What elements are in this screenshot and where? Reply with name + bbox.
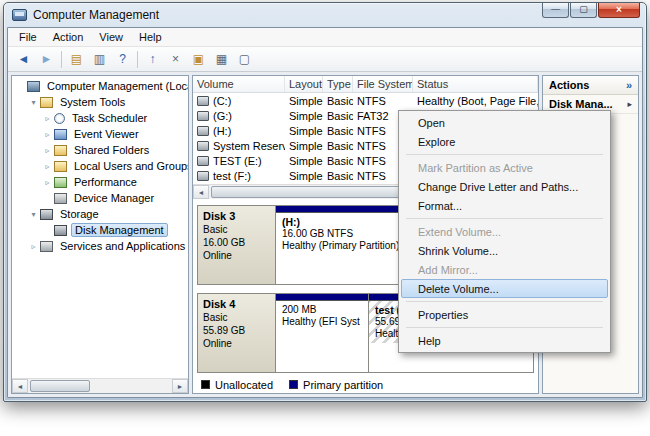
tree-item-system-tools[interactable]: ▾ System Tools: [12, 94, 188, 110]
scroll-right-icon[interactable]: ►: [172, 379, 188, 393]
help-icon[interactable]: ?: [112, 49, 133, 69]
performance-icon: [54, 177, 67, 188]
expand-arrow-icon[interactable]: ▹: [42, 178, 53, 187]
collapse-actions-icon[interactable]: »: [626, 79, 632, 91]
expand-arrow-icon[interactable]: ▹: [42, 114, 53, 123]
unallocated-swatch: [201, 380, 210, 389]
console-window-icon[interactable]: ▢: [234, 49, 255, 69]
disk-type: Basic: [203, 223, 270, 236]
expand-arrow-icon[interactable]: ▾: [28, 98, 39, 107]
tree-item-disk-management[interactable]: Disk Management: [12, 222, 188, 238]
open-folder-icon[interactable]: ▣: [188, 49, 209, 69]
column-header-type[interactable]: Type: [323, 76, 353, 92]
expand-arrow-icon[interactable]: ▹: [42, 130, 53, 139]
export-list-icon[interactable]: ▥: [89, 49, 110, 69]
menu-item-explore[interactable]: Explore: [401, 132, 608, 151]
menu-action[interactable]: Action: [45, 29, 92, 45]
toolbar-separator: [137, 51, 138, 68]
tree-item-computer-management[interactable]: Computer Management (Local: [12, 78, 188, 94]
computer-management-icon: [12, 9, 27, 21]
volume-layout: Simple: [285, 125, 323, 137]
scroll-left-icon[interactable]: ◄: [193, 185, 209, 199]
tree-item-event-viewer[interactable]: ▹ Event Viewer: [12, 126, 188, 142]
scrollbar-thumb[interactable]: [30, 380, 90, 392]
back-icon[interactable]: ◄: [13, 49, 34, 69]
tree-item-shared-folders[interactable]: ▹ Shared Folders: [12, 142, 188, 158]
volume-type: Basic: [323, 125, 353, 137]
column-header-file-system[interactable]: File System: [353, 76, 413, 92]
volume-name: TEST (E:): [213, 155, 262, 167]
menu-view[interactable]: View: [91, 29, 131, 45]
expand-arrow-icon[interactable]: ▾: [28, 210, 39, 219]
tree-item-services-and-applications[interactable]: ▹ Services and Applications: [12, 238, 188, 254]
volume-icon: [197, 96, 209, 106]
partition-size: 200 MB: [282, 304, 362, 316]
delete-icon[interactable]: ×: [165, 49, 186, 69]
column-header-layout[interactable]: Layout: [285, 76, 323, 92]
tree-item-label: Performance: [71, 176, 140, 188]
disk-3-header[interactable]: Disk 3 Basic 16.00 GB Online: [198, 206, 276, 284]
minimize-button[interactable]: —: [542, 3, 569, 18]
tree-item-label: Computer Management (Local: [44, 80, 188, 92]
menu-item-add-mirror: Add Mirror...: [401, 260, 608, 279]
volume-status: Healthy (Boot, Page File, Cr: [413, 95, 538, 107]
primary-partition-swatch: [289, 380, 298, 389]
column-header-volume[interactable]: Volume: [193, 76, 285, 92]
tree-item-device-manager[interactable]: Device Manager: [12, 190, 188, 206]
volume-icon: [197, 111, 209, 121]
forward-icon[interactable]: ►: [36, 49, 57, 69]
section-expand-icon[interactable]: ▸: [627, 99, 632, 109]
menu-item-open[interactable]: Open: [401, 113, 608, 132]
expand-arrow-icon[interactable]: ▹: [28, 242, 39, 251]
actions-title: Actions: [549, 79, 589, 91]
menu-item-delete-volume[interactable]: Delete Volume...: [401, 279, 608, 298]
menu-item-change-drive-letter-and-paths[interactable]: Change Drive Letter and Paths...: [401, 177, 608, 196]
window-controls: — ▢ ×: [541, 3, 640, 18]
menu-help[interactable]: Help: [131, 29, 170, 45]
maximize-button[interactable]: ▢: [570, 3, 597, 18]
up-level-icon[interactable]: ↑: [142, 49, 163, 69]
menu-separator: [406, 154, 603, 155]
column-header-status[interactable]: Status: [413, 76, 538, 92]
tree-horizontal-scrollbar[interactable]: ◄ ►: [12, 378, 188, 393]
services-applications-icon: [40, 241, 53, 252]
window-title: Computer Management: [33, 8, 159, 22]
scrollbar-thumb[interactable]: [211, 186, 421, 198]
disk-4-header[interactable]: Disk 4 Basic 55.89 GB Online: [198, 294, 276, 372]
titlebar[interactable]: Computer Management — ▢ ×: [4, 3, 646, 27]
menu-item-mark-partition-as-active: Mark Partition as Active: [401, 158, 608, 177]
system-tools-icon: [40, 97, 53, 108]
expand-arrow-icon[interactable]: ▹: [42, 162, 53, 171]
show-console-tree-icon[interactable]: ▤: [66, 49, 87, 69]
volume-name: (G:): [213, 110, 232, 122]
partition-efi[interactable]: 200 MB Healthy (EFI Syst: [276, 294, 368, 372]
menu-item-shrink-volume[interactable]: Shrink Volume...: [401, 241, 608, 260]
volume-layout: Simple: [285, 140, 323, 152]
close-button[interactable]: ×: [598, 3, 640, 18]
volume-type: Basic: [323, 95, 353, 107]
disk-name: Disk 4: [203, 298, 270, 311]
expand-arrow-icon[interactable]: ▹: [42, 146, 53, 155]
computer-icon: [27, 81, 40, 92]
volume-layout: Simple: [285, 95, 323, 107]
tree-item-task-scheduler[interactable]: ▹ Task Scheduler: [12, 110, 188, 126]
tree-item-label: Shared Folders: [71, 144, 152, 156]
actions-header: Actions »: [543, 76, 638, 95]
volume-row[interactable]: (C:) Simple Basic NTFS Healthy (Boot, Pa…: [193, 93, 538, 108]
tree-item-storage[interactable]: ▾ Storage: [12, 206, 188, 222]
views-icon[interactable]: ▦: [211, 49, 232, 69]
scroll-left-icon[interactable]: ◄: [12, 379, 28, 393]
device-manager-icon: [54, 193, 67, 204]
menu-item-properties[interactable]: Properties: [401, 305, 608, 324]
menu-item-format[interactable]: Format...: [401, 196, 608, 215]
menu-file[interactable]: File: [11, 29, 45, 45]
disk-state: Online: [203, 337, 270, 350]
menu-separator: [406, 301, 603, 302]
tree-item-performance[interactable]: ▹ Performance: [12, 174, 188, 190]
scrollbar-track[interactable]: [28, 379, 172, 393]
tree-item-local-users-and-groups[interactable]: ▹ Local Users and Groups: [12, 158, 188, 174]
volume-name: test (F:): [213, 170, 251, 182]
shared-folders-icon: [54, 145, 67, 156]
actions-section-label: Disk Mana...: [549, 98, 613, 110]
menu-item-help[interactable]: Help: [401, 331, 608, 350]
